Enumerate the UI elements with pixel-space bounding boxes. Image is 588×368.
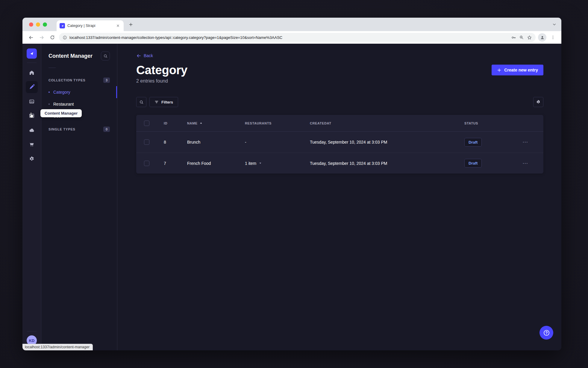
- search-icon: [139, 100, 144, 104]
- filters-button[interactable]: Filters: [149, 97, 178, 107]
- filters-label: Filters: [161, 100, 173, 104]
- reload-button[interactable]: [48, 33, 57, 42]
- back-link[interactable]: Back: [136, 53, 153, 59]
- desktop-background: Category | Strapi: [0, 0, 588, 368]
- media-library-icon[interactable]: [26, 95, 38, 107]
- forward-button[interactable]: [37, 33, 46, 42]
- column-header-createdat[interactable]: CREATEDAT: [310, 121, 464, 125]
- bullet-icon: [49, 104, 50, 105]
- status-badge: Draft: [464, 138, 482, 147]
- tab-close-icon[interactable]: [115, 23, 121, 28]
- help-button[interactable]: [539, 326, 553, 340]
- strapi-admin-app: KD Content Manager COLLECTION TYPES 3 Ca…: [22, 44, 561, 350]
- column-header-restaurants[interactable]: RESTAURANTS: [245, 121, 310, 125]
- cell-restaurants: 1 item: [245, 161, 256, 166]
- browser-toolbar: localhost:1337/admin/content-manager/col…: [22, 31, 561, 44]
- column-header-name[interactable]: NAME: [187, 121, 245, 125]
- sidebar-collection-item[interactable]: Category: [41, 86, 117, 98]
- entries-count: 2 entries found: [136, 78, 187, 84]
- browser-profile-avatar[interactable]: [538, 33, 546, 42]
- close-window-button[interactable]: [29, 22, 33, 27]
- sidebar-title: Content Manager: [49, 53, 93, 59]
- site-info-icon[interactable]: [63, 35, 67, 40]
- tab-search-chevron-icon[interactable]: [552, 18, 557, 31]
- back-label: Back: [144, 53, 153, 58]
- browser-menu-kebab-icon[interactable]: [549, 33, 557, 42]
- row-actions-button[interactable]: ⋯: [522, 141, 529, 144]
- section-label: COLLECTION TYPES: [49, 78, 85, 82]
- rail-divider: [27, 63, 37, 63]
- sidebar-divider: [49, 68, 56, 68]
- main-content: Back Category 2 entries found Create new…: [117, 44, 561, 350]
- content-manager-sidebar: Content Manager COLLECTION TYPES 3 Categ…: [41, 44, 117, 350]
- new-tab-button[interactable]: [127, 20, 135, 29]
- row-checkbox[interactable]: [144, 161, 149, 166]
- url-text: localhost:1337/admin/content-manager/col…: [69, 35, 508, 40]
- collection-types-section-header: COLLECTION TYPES 3: [41, 77, 117, 83]
- cloud-icon[interactable]: [26, 124, 38, 136]
- table-search-button[interactable]: [136, 97, 146, 107]
- section-label: SINGLE TYPES: [49, 127, 75, 131]
- browser-window: Category | Strapi: [22, 18, 561, 350]
- strapi-favicon-icon: [60, 23, 65, 28]
- sidebar-search-button[interactable]: [101, 51, 110, 60]
- chevron-down-icon[interactable]: [259, 162, 262, 165]
- select-all-checkbox[interactable]: [144, 121, 149, 126]
- active-item-indicator: [116, 86, 117, 98]
- traffic-lights: [29, 22, 47, 27]
- arrow-left-icon: [136, 53, 141, 58]
- create-new-entry-button[interactable]: Create new entry: [492, 65, 543, 75]
- back-button[interactable]: [27, 33, 35, 42]
- maximize-window-button[interactable]: [43, 22, 47, 27]
- cell-id: 7: [164, 161, 187, 166]
- bullet-icon: [49, 92, 50, 93]
- nav-rail: KD: [22, 44, 41, 350]
- page-title: Category: [136, 63, 187, 77]
- entries-table: ID NAME RESTAURANTS CREATEDAT STATUS 8 B…: [136, 115, 543, 174]
- single-types-count-badge: 0: [103, 127, 110, 132]
- tab-title: Category | Strapi: [67, 24, 113, 28]
- browser-tab-strip: Category | Strapi: [22, 18, 561, 31]
- marketplace-cart-icon[interactable]: [26, 139, 38, 150]
- sort-asc-icon: [200, 122, 202, 124]
- row-checkbox[interactable]: [144, 139, 149, 145]
- zoom-page-icon[interactable]: [519, 35, 524, 40]
- sidebar-item-label: Category: [53, 90, 70, 95]
- home-icon[interactable]: [26, 67, 38, 79]
- strapi-logo-icon[interactable]: [27, 48, 37, 59]
- password-key-icon[interactable]: [511, 35, 516, 40]
- collection-types-count-badge: 3: [103, 77, 110, 83]
- settings-gear-icon[interactable]: [26, 153, 38, 165]
- table-body: 8 Brunch - Tuesday, September 10, 2024 a…: [136, 132, 543, 174]
- browser-status-bar: localhost:1337/admin/content-manager: [22, 344, 93, 350]
- filter-icon: [154, 100, 159, 104]
- cell-id: 8: [164, 140, 187, 145]
- cell-name: French Food: [187, 161, 245, 166]
- content-manager-icon[interactable]: [26, 81, 38, 93]
- row-actions-button[interactable]: ⋯: [522, 162, 529, 165]
- sidebar-item-label: Restaurant: [53, 102, 74, 107]
- cell-name: Brunch: [187, 140, 245, 145]
- column-header-id[interactable]: ID: [164, 121, 187, 125]
- plus-icon: [497, 68, 501, 72]
- cell-createdat: Tuesday, September 10, 2024 at 3:03 PM: [310, 161, 464, 166]
- table-row[interactable]: 8 Brunch - Tuesday, September 10, 2024 a…: [136, 132, 543, 153]
- table-header: ID NAME RESTAURANTS CREATEDAT STATUS: [136, 115, 543, 132]
- minimize-window-button[interactable]: [36, 22, 40, 27]
- bookmark-star-icon[interactable]: [527, 35, 532, 40]
- rail-divider: [27, 331, 37, 331]
- cell-restaurants: -: [245, 140, 246, 145]
- single-types-section-header: SINGLE TYPES 0: [41, 126, 117, 133]
- question-mark-icon: [543, 329, 550, 337]
- column-header-status[interactable]: STATUS: [464, 121, 522, 125]
- cell-createdat: Tuesday, September 10, 2024 at 3:03 PM: [310, 140, 464, 145]
- sidebar-collection-item[interactable]: Restaurant: [41, 98, 117, 110]
- cursor-pointer-icon: [28, 112, 35, 120]
- content-manager-tooltip: Content Manager: [40, 109, 82, 117]
- url-bar[interactable]: localhost:1337/admin/content-manager/col…: [59, 33, 536, 42]
- create-button-label: Create new entry: [504, 68, 538, 72]
- status-badge: Draft: [464, 159, 482, 168]
- browser-tab[interactable]: Category | Strapi: [57, 20, 124, 31]
- table-settings-button[interactable]: [533, 97, 543, 107]
- table-row[interactable]: 7 French Food 1 item Tuesday, September …: [136, 153, 543, 174]
